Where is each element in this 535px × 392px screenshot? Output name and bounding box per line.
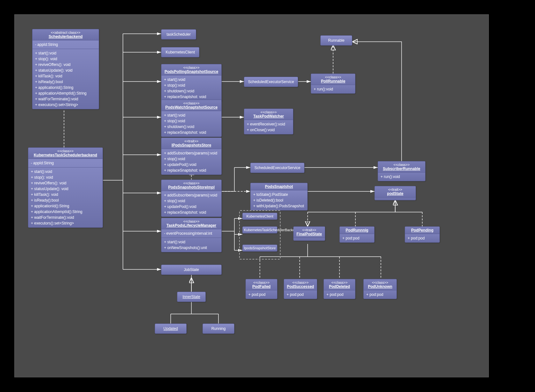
box-scheduled-executor-service-2[interactable]: ScheduledExecutorService [250,163,304,173]
box-runnable[interactable]: Runnable [320,35,352,46]
trait-pod-state[interactable]: <<trait>> podState [374,186,416,200]
class-pods-snapshot[interactable]: PodsSnaptshot + toState():PodState + isD… [250,183,308,210]
diagram-canvas: <<abstract class>> Schedulerbackend - ap… [14,14,489,377]
trait-ipods-snapshots-store[interactable]: <<trait>> IPodsSnapshotsStore + addSubsc… [161,138,222,175]
class-subscriber-runnable[interactable]: <<class>> SubscriberRunnable + run():voi… [378,161,425,181]
class-scheduler-backend[interactable]: <<abstract class>> Schedulerbackend - ap… [32,29,99,109]
class-pod-successed[interactable]: <<class>>PodSuccessed + pod:pod [284,279,317,299]
class-pod-running[interactable]: PodRunnnig + pod:pod [339,226,374,243]
box-job-state[interactable]: JobState [161,265,222,275]
box-updated[interactable]: Updated [155,324,187,334]
box-kubernetes-client-2[interactable]: KubernetesClient [242,213,277,220]
class-methods: + start():void + stop(): void + reviveOf… [32,49,99,109]
box-task-scheduler[interactable]: taskScheduler [161,29,196,39]
class-task-pods-lifecycle-manager[interactable]: <<class>> TaskPodsLifecycleManager - eve… [161,218,222,252]
box-scheduled-executor-service-1[interactable]: ScheduledExecutorService [244,77,298,87]
class-pods-polling-snapshot-source[interactable]: <<class>> PodsPollingSnaptshotSource + s… [161,64,222,101]
class-pods-snapshots-store-impl[interactable]: <<class>> PodsSnapshotsStoreImpl + addSu… [161,180,222,217]
class-pod-deleted[interactable]: <<class>>PodDeleted + pod:pod [324,279,355,299]
class-pods-watch-snapshot-source[interactable]: <<class>> PodsWatchSnaptshotSource + sta… [161,100,222,137]
class-pod-unknown[interactable]: <<class>>PodUnknown + pod:pod [363,279,397,299]
box-ipods-snapshot-store-2[interactable]: IpodsSnapshotStore [242,245,277,252]
box-inner-state[interactable]: InnerState [177,292,206,302]
class-header: <<abstract class>> Schedulerbackend [32,29,99,40]
class-pod-pending[interactable]: PodPending + pod:pod [405,226,440,243]
class-pod-failed[interactable]: <<class>>PodFailed + pod:pod [246,279,277,299]
trait-final-pod-state[interactable]: <<trait>> FinalPodState [293,226,325,241]
box-kubernetes-task-scheduler-backend-2[interactable]: KubernetesTaskSchedulerBackend [242,226,277,233]
class-poll-runnable[interactable]: <<class>> PollRunnable + run():void [311,74,355,94]
class-attrs: - appId:String [32,40,99,49]
class-task-pod-watcher[interactable]: <<class>> TaskPodWatcher + eventReceiver… [244,109,293,134]
box-kubernetes-client[interactable]: KubernetesClient [161,47,199,57]
class-kubernetes-task-scheduler[interactable]: <<class>> KubernetesTaskSchedulerbackend… [28,147,103,228]
box-running[interactable]: Running [203,324,234,334]
